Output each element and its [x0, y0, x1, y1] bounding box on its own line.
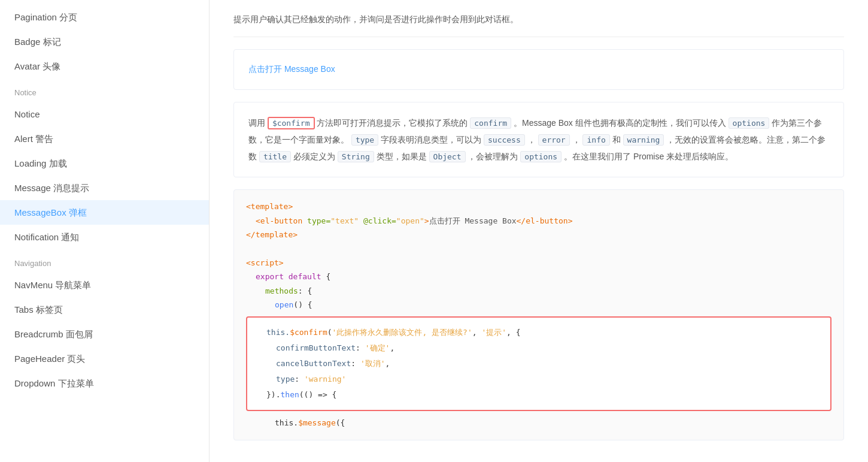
sidebar-item-notice[interactable]: Notice	[0, 102, 209, 126]
sidebar-item-avatar[interactable]: Avatar 头像	[0, 54, 209, 78]
string-code: String	[338, 151, 374, 162]
sidebar-item-dropdown[interactable]: Dropdown 下拉菜单	[0, 371, 209, 395]
code-highlight-section: this.$confirm('此操作将永久删除该文件, 是否继续?', '提示'…	[246, 316, 831, 411]
code-block: <template> <el-button type="text" @click…	[233, 189, 844, 440]
sidebar-item-navmenu[interactable]: NavMenu 导航菜单	[0, 273, 209, 297]
sidebar: Pagination 分页 Badge 标记 Avatar 头像 Notice …	[0, 0, 210, 462]
intro-text: 提示用户确认其已经触发的动作，并询问是否进行此操作时会用到此对话框。	[233, 0, 844, 37]
sidebar-item-message[interactable]: Message 消息提示	[0, 176, 209, 200]
code-script-open: <script>	[246, 258, 284, 267]
object-code: Object	[429, 151, 466, 162]
confirm-method-code: confirm	[470, 117, 511, 129]
description-box: 调用 $confirm 方法即可打开消息提示，它模拟了系统的 confirm 。…	[233, 102, 844, 177]
demo-box: 点击打开 Message Box	[233, 49, 844, 90]
options-code: options	[729, 117, 770, 129]
code-template-open: <template>	[246, 202, 293, 211]
code-template-close: </template>	[246, 230, 298, 239]
error-code: error	[538, 134, 570, 146]
success-code: success	[484, 134, 525, 146]
sidebar-item-pagination[interactable]: Pagination 分页	[0, 5, 209, 29]
warning-code: warning	[623, 134, 664, 146]
options2-code: options	[520, 151, 562, 162]
code-el-button-open: <el-button	[256, 216, 307, 225]
sidebar-item-breadcrumb[interactable]: Breadcrumb 面包屑	[0, 322, 209, 346]
type-code: type	[351, 134, 378, 146]
sidebar-item-alert[interactable]: Alert 警告	[0, 126, 209, 151]
sidebar-item-messagebox[interactable]: MessageBox 弹框	[0, 200, 209, 225]
main-content: 提示用户确认其已经触发的动作，并询问是否进行此操作时会用到此对话框。 点击打开 …	[210, 0, 868, 462]
sidebar-section-notice: Notice	[0, 78, 209, 102]
title-code: title	[259, 151, 291, 162]
info-code: info	[582, 134, 609, 146]
sidebar-item-loading[interactable]: Loading 加载	[0, 151, 209, 176]
sidebar-item-pageheader[interactable]: PageHeader 页头	[0, 346, 209, 371]
sidebar-item-notification[interactable]: Notification 通知	[0, 225, 209, 249]
sidebar-item-badge[interactable]: Badge 标记	[0, 29, 209, 54]
sidebar-section-navigation: Navigation	[0, 249, 209, 273]
sidebar-item-tabs[interactable]: Tabs 标签页	[0, 297, 209, 322]
confirm-code: $confirm	[268, 117, 315, 129]
open-messagebox-link[interactable]: 点击打开 Message Box	[248, 64, 335, 74]
